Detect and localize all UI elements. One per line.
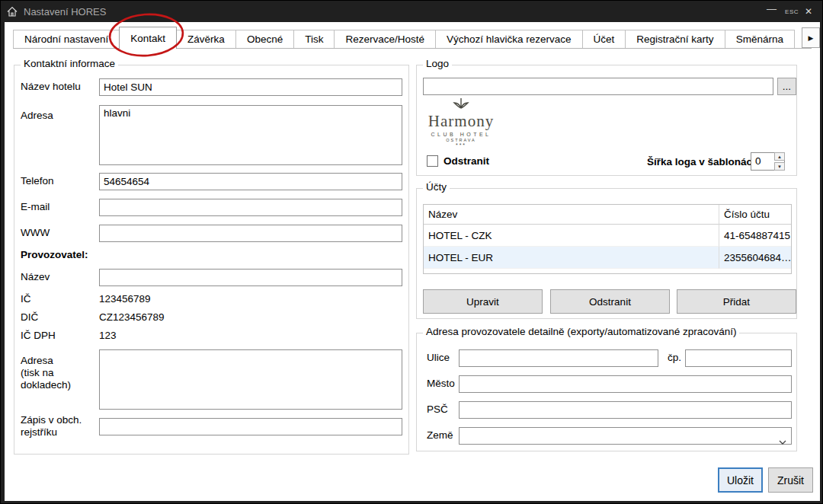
www-input[interactable] [99,225,402,242]
harmony-leaf-icon [421,97,501,112]
tab-smenarna[interactable]: Směnárna [725,30,795,48]
settings-window: Nastavení HORES — ESC ✕ Národní nastaven… [0,0,823,504]
country-dropdown[interactable] [459,427,792,445]
operator-address-group: Adresa provozovatele detailně (exporty/a… [416,333,797,451]
logo-subtitle-text: CLUB HOTEL [421,132,501,137]
spinner-up-icon[interactable]: ▲ [774,152,785,161]
app-home-icon [6,5,18,18]
dialog-body: Národní nastavení Kontakt Závěrka Obecné… [5,22,820,501]
logo-path-input[interactable] [423,78,773,95]
accounts-group-title: Účty [423,181,450,193]
zip-input[interactable] [459,401,792,419]
tab-vychozi-hlavicka-rezervace[interactable]: Výchozí hlavička rezervace [435,30,583,48]
accounts-table[interactable]: Název Číslo účtu HOTEL - CZK 41-65488741… [423,204,792,274]
logo-stars-text: *** [421,142,501,148]
tab-obecne[interactable]: Obecné [235,30,294,48]
tab-scroll-right-button[interactable]: ▶ [802,27,820,48]
account-row-number[interactable]: 2355604684… [719,247,791,269]
logo-width-label: Šířka loga v šablonách [647,156,758,168]
ic-value: 123456789 [99,293,151,305]
logo-group-title: Logo [423,58,452,69]
spinner-down-icon[interactable]: ▼ [774,162,785,171]
logo-width-value: 0 [755,155,761,167]
city-label: Město [427,378,455,390]
operator-name-label: Název [21,271,50,283]
house-no-label: čp. [668,352,681,364]
tab-narodni-nastaveni[interactable]: Národní nastavení [13,30,120,48]
logo-width-spinner[interactable]: 0 ▲ ▼ [751,152,785,171]
tab-rezervace-hoste[interactable]: Rezervace/Hosté [334,30,436,48]
remove-logo-checkbox[interactable] [427,155,438,167]
account-row-number[interactable]: 41-654887415 [719,225,791,247]
logo-group: Logo ... Harmony CLUB HOTEL OSTRAVA *** … [416,65,797,176]
dic-value: CZ123456789 [99,311,165,323]
tab-zaverka[interactable]: Závěrka [176,30,236,48]
street-input[interactable] [459,349,658,367]
contact-info-group-title: Kontaktní informace [21,58,118,69]
account-row-name[interactable]: HOTEL - EUR [424,247,719,269]
ic-dph-value: 123 [99,330,117,341]
dic-label: DIČ [21,311,38,324]
tab-strip: Národní nastavení Kontakt Závěrka Obecné… [13,27,802,49]
account-remove-button[interactable]: Odstranit [550,289,670,314]
zip-label: PSČ [427,404,448,416]
chevron-down-icon [779,434,786,448]
print-address-label: Adresa (tisk na dokladech) [21,355,71,391]
address-textarea[interactable]: hlavni [99,105,402,165]
accounts-col-header-number[interactable]: Číslo účtu [719,205,791,225]
tab-kontakt[interactable]: Kontakt [119,27,177,49]
address-label: Adresa [21,110,53,122]
tab-registracni-karty[interactable]: Registrační karty [625,30,725,48]
accounts-col-header-name[interactable]: Název [424,205,719,225]
country-label: Země [427,429,453,442]
operator-name-input[interactable] [99,269,402,286]
esc-label: ESC [785,8,799,15]
phone-input[interactable] [99,173,402,190]
account-add-button[interactable]: Přidat [677,289,796,314]
hotel-logo-image: Harmony CLUB HOTEL OSTRAVA *** [421,97,501,148]
close-button[interactable]: ✕ [805,6,812,17]
hotel-name-label: Název hotelu [21,81,81,93]
account-row-name[interactable]: HOTEL - CZK [424,225,719,247]
registry-input[interactable] [99,418,402,435]
logo-brand-text: Harmony [421,112,501,131]
house-no-input[interactable] [685,349,792,367]
tab-ucet[interactable]: Účet [582,30,626,48]
minimize-button[interactable]: — [767,3,777,14]
cancel-button[interactable]: Zrušit [768,467,813,493]
registry-label: Zápis v obch. rejstříku [21,414,82,439]
email-label: E-mail [21,201,50,213]
www-label: WWW [21,227,50,239]
accounts-group: Účty Název Číslo účtu HOTEL - CZK 41-654… [416,188,797,319]
operator-heading: Provozovatel: [21,249,88,261]
street-label: Ulice [427,352,450,364]
ic-dph-label: IČ DPH [21,330,56,342]
titlebar: Nastavení HORES — ESC ✕ [1,1,822,22]
remove-logo-label: Odstranit [444,155,489,167]
account-edit-button[interactable]: Upravit [423,289,543,314]
save-button[interactable]: Uložit [718,467,763,493]
hotel-name-input[interactable] [99,78,402,96]
ic-label: IČ [21,293,31,305]
print-address-textarea[interactable] [99,349,402,410]
logo-browse-button[interactable]: ... [777,78,796,95]
email-input[interactable] [99,199,402,216]
tab-scroll-right-icon: ▶ [809,34,814,42]
window-title: Nastavení HORES [24,6,106,18]
tab-tisk[interactable]: Tisk [293,30,335,48]
phone-label: Telefon [21,175,54,187]
city-input[interactable] [459,375,792,393]
contact-info-group: Kontaktní informace Název hotelu Adresa … [14,65,409,455]
operator-address-group-title: Adresa provozovatele detailně (exporty/a… [423,326,739,337]
